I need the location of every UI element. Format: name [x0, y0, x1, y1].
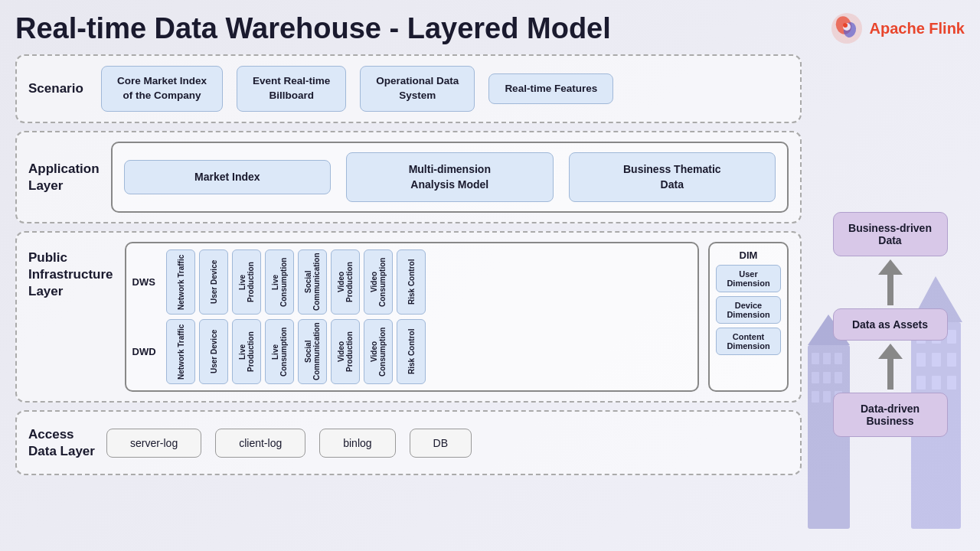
svg-rect-22	[947, 353, 956, 367]
access-binlog: binlog	[319, 429, 395, 458]
svg-rect-25	[947, 376, 956, 390]
dws-row: DWS Network Traffic User Device Live Pro…	[132, 249, 691, 315]
infrastructure-label: PublicInfrastructureLayer	[28, 242, 113, 300]
infrastructure-layer: PublicInfrastructureLayer DWS Network Tr…	[15, 231, 802, 403]
dwd-row: DWD Network Traffic User Device Live Pro…	[132, 319, 691, 384]
main-container: Real-time Data Warehouse - Layered Model…	[0, 0, 980, 551]
arrow-head-2	[878, 344, 903, 359]
content-area: Scenario Core Market Indexof the Company…	[15, 54, 965, 529]
dim-section: DIM UserDimension DeviceDimension Conten…	[708, 242, 789, 392]
infra-inner: DWS Network Traffic User Device Live Pro…	[125, 242, 789, 392]
svg-rect-6	[812, 353, 819, 364]
application-label: ApplicationLayer	[28, 161, 100, 194]
dim-label: DIM	[740, 249, 758, 261]
arrow-head-1	[878, 259, 903, 275]
vi-video-cons: Video Consumption	[364, 249, 393, 315]
scenario-item-4: Real-time Features	[488, 73, 613, 105]
brand: Apache Flink	[830, 11, 965, 45]
svg-rect-19	[947, 330, 956, 344]
dim-content: ContentDimension	[716, 328, 781, 355]
arrow-body-1	[887, 275, 893, 305]
dwd-vi-7: Video Consumption	[364, 319, 393, 384]
right-sidebar: Business-driven Data Data as Assets Data…	[815, 54, 965, 529]
dws-items: Network Traffic User Device Live Product…	[166, 249, 426, 315]
app-inner: Market Index Multi-dimensionAnalysis Mod…	[111, 142, 789, 213]
header: Real-time Data Warehouse - Layered Model…	[15, 11, 965, 45]
scenario-item-1: Core Market Indexof the Company	[101, 66, 223, 112]
dwd-vi-1: Network Traffic	[166, 319, 195, 384]
svg-rect-12	[812, 391, 819, 403]
app-item-1: Market Index	[124, 160, 331, 195]
dws-dwd-section: DWS Network Traffic User Device Live Pro…	[125, 242, 699, 392]
diagram-area: Scenario Core Market Indexof the Company…	[15, 54, 802, 529]
sidebar-data-driven: Data-driven Business	[833, 393, 948, 437]
page-title: Real-time Data Warehouse - Layered Model	[15, 12, 611, 45]
dwd-vi-8: Risk Control	[397, 319, 426, 384]
dwd-items: Network Traffic User Device Live Product…	[166, 319, 426, 384]
app-item-2: Multi-dimensionAnalysis Model	[346, 152, 553, 202]
vi-user-device: User Device	[199, 249, 228, 315]
access-db: DB	[410, 429, 472, 458]
vi-live-consumption: Live Consumption	[265, 249, 294, 315]
vi-social-comm: Social Communication	[298, 249, 327, 315]
vi-risk-control: Risk Control	[397, 249, 426, 315]
dwd-vi-2: User Device	[199, 319, 228, 384]
scenario-item-3: Operational DataSystem	[360, 66, 475, 112]
access-label: AccessData Layer	[28, 426, 95, 460]
vi-network-traffic: Network Traffic	[166, 249, 195, 315]
vi-video-prod: Video Production	[331, 249, 360, 315]
application-layer: ApplicationLayer Market Index Multi-dime…	[15, 131, 802, 223]
brand-label: Apache Flink	[870, 20, 965, 37]
arrow-up-2	[878, 344, 903, 390]
svg-rect-7	[823, 353, 831, 364]
svg-rect-9	[812, 372, 819, 383]
app-item-3: Business ThematicData	[569, 152, 776, 202]
vi-live-production: Live Production	[232, 249, 261, 315]
dim-device: DeviceDimension	[716, 296, 781, 324]
dwd-vi-5: Social Communication	[298, 319, 327, 384]
svg-rect-13	[823, 391, 831, 403]
dwd-vi-4: Live Consumption	[265, 319, 294, 384]
dwd-vi-6: Video Production	[331, 319, 360, 384]
dwd-label: DWD	[132, 346, 162, 357]
arrow-body-2	[887, 359, 893, 390]
dwd-vi-3: Live Production	[232, 319, 261, 384]
flink-logo	[830, 11, 864, 45]
arrow-up-1	[878, 259, 903, 305]
svg-point-4	[843, 23, 848, 28]
dws-label: DWS	[132, 276, 162, 288]
scenario-item-2: Event Real-timeBillboard	[237, 66, 346, 112]
access-server-log: server-log	[106, 429, 201, 458]
scenario-layer: Scenario Core Market Indexof the Company…	[15, 54, 802, 123]
sidebar-data-assets: Data as Assets	[833, 308, 948, 341]
access-layer: AccessData Layer server-log client-log b…	[15, 410, 802, 475]
scenario-label: Scenario	[28, 80, 90, 97]
dim-user: UserDimension	[716, 265, 781, 292]
svg-rect-10	[823, 372, 831, 383]
scenario-items: Core Market Indexof the Company Event Re…	[101, 66, 789, 112]
sidebar-business-driven: Business-driven Data	[833, 212, 948, 256]
access-client-log: client-log	[215, 429, 305, 458]
sidebar-content: Business-driven Data Data as Assets Data…	[833, 212, 948, 514]
access-items: server-log client-log binlog DB	[106, 429, 789, 458]
